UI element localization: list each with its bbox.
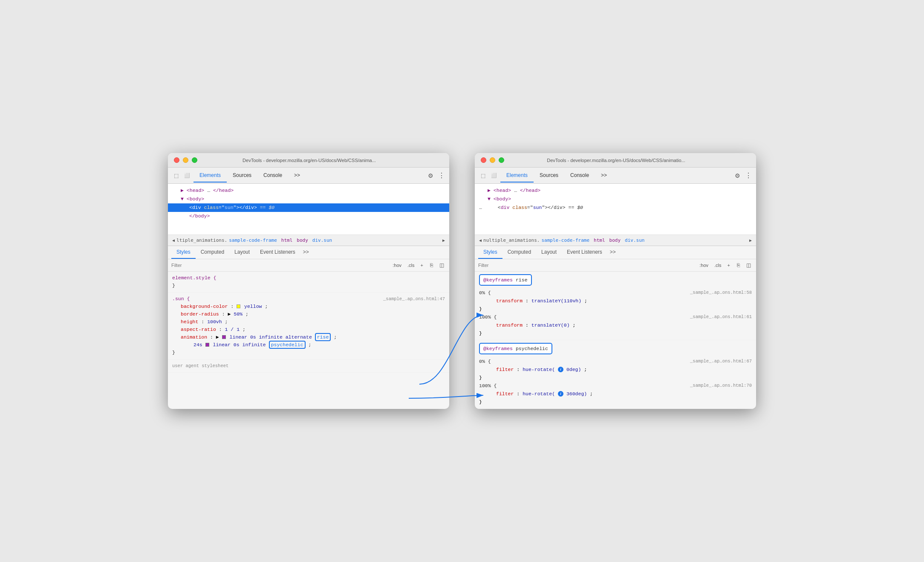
dom-line-head: ▶ <head> … </head> [168,186,449,195]
user-agent-label: user agent stylesheet [168,359,449,373]
more-options-icon[interactable]: ⋮ [437,171,446,181]
tab-event-listeners[interactable]: Event Listeners [255,246,300,259]
right-devtools-window: DevTools - developer.mozilla.org/en-US/d… [475,153,756,409]
right-hov-button[interactable]: :hov [697,262,710,269]
dom-line-body: ▼ <body> [168,195,449,203]
right-breadcrumb: ◀ nultiple_animations.sample-code-frame … [475,235,756,246]
left-devtools-window: DevTools - developer.mozilla.org/en-US/d… [168,153,449,409]
tab-console[interactable]: Console [257,169,288,183]
right-tab-more[interactable]: >> [595,169,613,183]
right-tab-console[interactable]: Console [564,169,595,183]
filter-input[interactable] [171,263,388,268]
right-css-panel: @keyframes rise 0% { _sample_.ap…ons.htm… [475,272,756,409]
hov-button[interactable]: :hov [390,262,404,269]
right-titlebar: DevTools - developer.mozilla.org/en-US/d… [475,153,756,168]
cls-button[interactable]: .cls [405,262,417,269]
right-plus-button[interactable]: + [725,262,732,269]
dom-line-body-close: </body> [168,212,449,220]
right-dom-line-head: ▶ <head> … </head> [475,186,756,195]
right-tab-computed[interactable]: Computed [502,246,536,259]
psychedelic-highlight: psychedelic [269,341,306,349]
right-filter-buttons: :hov .cls + ⎘ ◫ [697,261,753,269]
right-window-title: DevTools - developer.mozilla.org/en-US/d… [482,158,750,163]
left-titlebar: DevTools - developer.mozilla.org/en-US/d… [168,153,449,168]
yellow-swatch[interactable] [237,304,240,308]
rise-highlight: rise [315,333,331,341]
left-breadcrumb: ◀ ltiple_animations.sample-code-frame ht… [168,235,449,246]
right-filter-bar: :hov .cls + ⎘ ◫ [475,259,756,272]
right-copy-styles-icon[interactable]: ⎘ [734,261,742,269]
inspector-icon[interactable]: ⬚ [171,171,181,180]
info-icon-1[interactable]: i [558,367,563,372]
computed-sidebar-icon[interactable]: ◫ [437,261,446,269]
keyframes-rise-highlight: @keyframes rise [479,274,532,286]
left-filter-bar: :hov .cls + ⎘ ◫ [168,259,449,272]
tab-styles[interactable]: Styles [171,246,196,259]
dom-line-div-selected[interactable]: <div class="sun"></div> == $0 [168,203,449,212]
right-styles-tabs: Styles Computed Layout Event Listeners >… [475,246,756,259]
left-toolbar: ⬚ ⬜ Elements Sources Console >> ⚙ ⋮ [168,168,449,184]
right-cls-button[interactable]: .cls [712,262,724,269]
left-toolbar-tabs: Elements Sources Console >> [193,169,424,183]
keyframes-psychedelic-section: @keyframes psychedelic 0% { _sample_.ap…… [475,340,756,409]
left-window-title: DevTools - developer.mozilla.org/en-US/d… [175,158,443,163]
copy-styles-icon[interactable]: ⎘ [427,261,436,269]
settings-icon[interactable]: ⚙ [425,171,436,181]
tab-more-styles[interactable]: >> [300,246,312,259]
right-tab-event-listeners[interactable]: Event Listeners [562,246,607,259]
right-dom-line-body: ▼ <body> [475,195,756,203]
right-tab-elements[interactable]: Elements [500,169,534,183]
plus-button[interactable]: + [419,262,425,269]
right-tab-styles[interactable]: Styles [478,246,502,259]
right-inspector-icon[interactable]: ⬚ [478,171,488,180]
left-styles-tabs: Styles Computed Layout Event Listeners >… [168,246,449,259]
right-tab-more-styles[interactable]: >> [607,246,618,259]
right-settings-icon[interactable]: ⚙ [732,171,742,181]
tab-more[interactable]: >> [288,169,306,183]
anim-swatch-1[interactable] [222,335,226,339]
anim-swatch-2[interactable] [205,343,209,347]
left-css-panel: element.style { } .sun { _sample_.ap…ons… [168,272,449,373]
info-icon-2[interactable]: i [558,391,563,397]
left-dom-panel: ▶ <head> … </head> ▼ <body> <div class="… [168,184,449,235]
right-tab-layout[interactable]: Layout [536,246,562,259]
right-device-icon[interactable]: ⬜ [489,171,499,180]
page-container: DevTools - developer.mozilla.org/en-US/d… [168,153,756,409]
element-style-rule: element.style { } [168,272,449,293]
right-dom-ellipsis: … <div class="sun"></div> == $0 [475,203,756,212]
right-tab-sources[interactable]: Sources [534,169,564,183]
tab-elements[interactable]: Elements [193,169,227,183]
right-toolbar: ⬚ ⬜ Elements Sources Console >> ⚙ ⋮ [475,168,756,184]
right-filter-input[interactable] [478,263,695,268]
right-more-options-icon[interactable]: ⋮ [744,171,753,181]
keyframes-psychedelic-highlight: @keyframes psychedelic [479,343,552,354]
filter-buttons: :hov .cls + ⎘ ◫ [390,261,446,269]
tab-computed[interactable]: Computed [196,246,229,259]
device-icon[interactable]: ⬜ [182,171,192,180]
right-toolbar-tabs: Elements Sources Console >> [500,169,731,183]
right-computed-sidebar-icon[interactable]: ◫ [744,261,753,269]
sun-rule: .sun { _sample_.ap…ons.html:47 backgroun… [168,293,449,359]
bc-file: ltiple_animations. [176,238,227,243]
keyframes-rise-section: @keyframes rise 0% { _sample_.ap…ons.htm… [475,272,756,340]
right-dom-panel: ▶ <head> … </head> ▼ <body> … <div class… [475,184,756,235]
tab-layout[interactable]: Layout [229,246,255,259]
tab-sources[interactable]: Sources [227,169,257,183]
